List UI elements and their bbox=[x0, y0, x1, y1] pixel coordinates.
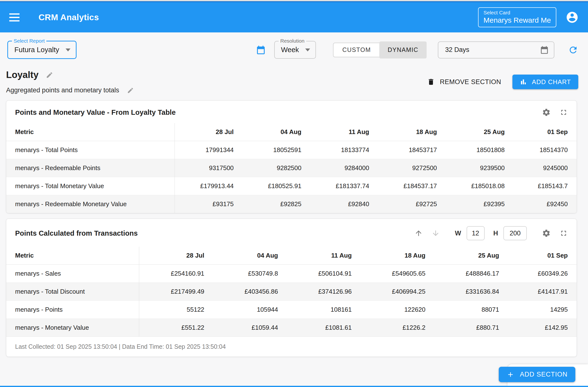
column-header: 28 Jul bbox=[139, 247, 213, 265]
settings-icon bbox=[542, 108, 551, 117]
cell: £331636.84 bbox=[434, 283, 508, 301]
cell: £217499.49 bbox=[139, 283, 213, 301]
add-section-label: ADD SECTION bbox=[520, 371, 567, 378]
column-header-metric: Metric bbox=[6, 247, 139, 265]
column-header: 11 Aug bbox=[310, 123, 378, 141]
cell: £60349.26 bbox=[508, 265, 577, 283]
cell: 108161 bbox=[287, 301, 360, 319]
metric-cell: menarys - Total Discount bbox=[6, 283, 139, 301]
arrow-up-icon bbox=[414, 229, 423, 237]
card-title: Points and Monetary Value - From Loyalty… bbox=[15, 108, 176, 117]
cell: 9282500 bbox=[243, 159, 310, 177]
refresh-icon bbox=[568, 45, 578, 55]
edit-section-title-button[interactable] bbox=[46, 71, 53, 79]
range-input[interactable] bbox=[445, 46, 540, 54]
cell: £92825 bbox=[243, 195, 310, 213]
column-header: 01 Sep bbox=[508, 247, 577, 265]
menu-button[interactable] bbox=[9, 13, 20, 21]
calendar-icon[interactable] bbox=[540, 45, 549, 55]
remove-section-button[interactable]: REMOVE SECTION bbox=[427, 78, 501, 86]
table-row: menarys - Total Discount £217499.49 £403… bbox=[6, 283, 577, 301]
cell: 105944 bbox=[213, 301, 287, 319]
custom-toggle-button[interactable]: CUSTOM bbox=[333, 43, 380, 57]
cell: £488846.17 bbox=[434, 265, 508, 283]
report-select-value: Futura Loyalty bbox=[14, 46, 59, 54]
cell: 122620 bbox=[360, 301, 434, 319]
toolbar: Select Report Futura Loyalty Resolution … bbox=[0, 32, 588, 64]
fullscreen-button[interactable] bbox=[560, 108, 568, 117]
bottom-edge bbox=[0, 386, 588, 387]
card-select-value: Menarys Reward Me bbox=[483, 16, 551, 24]
cell: £92840 bbox=[310, 195, 378, 213]
chevron-down-icon bbox=[305, 48, 310, 51]
range-mode-toggle: CUSTOM DYNAMIC bbox=[333, 41, 427, 59]
card-header: Points Calculated from Transactions W H bbox=[6, 219, 577, 247]
width-label: W bbox=[455, 230, 461, 237]
metric-cell: menarys - Points bbox=[6, 301, 139, 319]
refresh-button[interactable] bbox=[568, 45, 578, 55]
cell: 9245000 bbox=[513, 159, 577, 177]
resolution-select[interactable]: Resolution Week bbox=[274, 41, 316, 59]
width-input[interactable] bbox=[467, 226, 485, 240]
fullscreen-button[interactable] bbox=[560, 229, 568, 237]
column-header: 04 Aug bbox=[213, 247, 287, 265]
table-row: menarys - Total Monetary Value £179913.4… bbox=[6, 177, 577, 195]
cell: 9284000 bbox=[310, 159, 378, 177]
cell: £184537.17 bbox=[378, 177, 446, 195]
resolution-select-value: Week bbox=[281, 46, 299, 54]
section-title: Loyalty bbox=[6, 70, 39, 80]
cell: 9239500 bbox=[446, 159, 513, 177]
cell: £1059.44 bbox=[213, 319, 287, 337]
add-chart-label: ADD CHART bbox=[532, 78, 571, 86]
cell: £185143.7 bbox=[513, 177, 577, 195]
table-row: menarys - Monetary Value £551.22 £1059.4… bbox=[6, 319, 577, 337]
card-select-dropdown[interactable]: Select Card Menarys Reward Me bbox=[478, 7, 556, 27]
move-down-button[interactable] bbox=[432, 229, 440, 237]
add-chart-button[interactable]: ADD CHART bbox=[512, 75, 578, 89]
report-select-label: Select Report bbox=[12, 38, 46, 44]
bar-chart-icon bbox=[520, 78, 527, 85]
transactions-table: Metric 28 Jul 04 Aug 11 Aug 18 Aug 25 Au… bbox=[6, 247, 577, 337]
chevron-down-icon bbox=[65, 48, 70, 51]
cell: 18501808 bbox=[446, 141, 513, 159]
section-header: Loyalty Aggregated points and monetary t… bbox=[0, 64, 588, 101]
edit-section-description-button[interactable] bbox=[127, 87, 134, 94]
account-button[interactable] bbox=[566, 11, 579, 24]
date-picker-button[interactable] bbox=[256, 45, 266, 55]
column-header: 28 Jul bbox=[175, 123, 243, 141]
card-title: Points Calculated from Transactions bbox=[15, 229, 138, 237]
plus-icon bbox=[506, 371, 514, 378]
dynamic-toggle-button[interactable]: DYNAMIC bbox=[379, 41, 427, 59]
add-section-button[interactable]: ADD SECTION bbox=[499, 367, 575, 382]
metric-cell: menarys - Redeemable Points bbox=[6, 159, 175, 177]
settings-button[interactable] bbox=[542, 229, 551, 238]
cell: 17991344 bbox=[175, 141, 243, 159]
column-header: 25 Aug bbox=[434, 247, 508, 265]
cell: 18514370 bbox=[513, 141, 577, 159]
cell: £92725 bbox=[378, 195, 446, 213]
height-input[interactable] bbox=[504, 226, 527, 240]
app-title: CRM Analytics bbox=[39, 12, 99, 22]
card-tools: W H bbox=[414, 226, 568, 240]
cell: £41417.91 bbox=[508, 283, 577, 301]
cell: £92450 bbox=[513, 195, 577, 213]
delete-icon bbox=[427, 78, 435, 86]
edit-icon bbox=[46, 71, 53, 79]
metric-cell: menarys - Total Points bbox=[6, 141, 175, 159]
cell: £374126.96 bbox=[287, 283, 360, 301]
cell: £1226.2 bbox=[360, 319, 434, 337]
table-row: menarys - Sales £254160.91 £530749.8 £50… bbox=[6, 265, 577, 283]
settings-button[interactable] bbox=[542, 108, 551, 117]
section-titles: Loyalty Aggregated points and monetary t… bbox=[6, 70, 134, 94]
transactions-table-card: Points Calculated from Transactions W H bbox=[6, 219, 577, 357]
table-row: menarys - Redeemable Points 9317500 9282… bbox=[6, 159, 577, 177]
cell: £403456.86 bbox=[213, 283, 287, 301]
card-tools bbox=[542, 108, 568, 117]
cell: 9272500 bbox=[378, 159, 446, 177]
cell: £506104.91 bbox=[287, 265, 360, 283]
range-field bbox=[438, 41, 554, 59]
column-header: 18 Aug bbox=[378, 123, 446, 141]
report-select[interactable]: Select Report Futura Loyalty bbox=[7, 41, 77, 59]
move-up-button[interactable] bbox=[414, 229, 423, 237]
cell: £551.22 bbox=[139, 319, 213, 337]
